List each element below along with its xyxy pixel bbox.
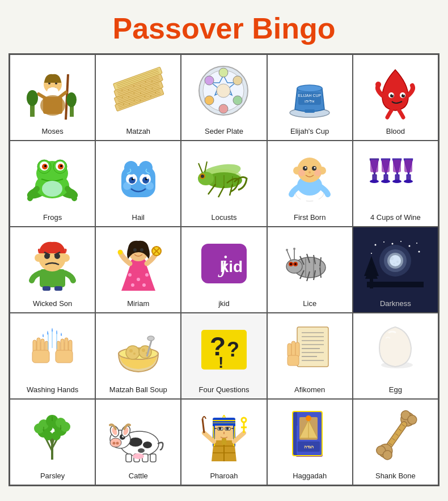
svg-point-69 [403, 94, 404, 95]
svg-rect-131 [40, 269, 65, 287]
svg-point-59 [297, 85, 322, 92]
cell-four-questions-label: Four Questions [199, 385, 250, 394]
svg-line-106 [218, 186, 224, 197]
svg-rect-234 [288, 343, 291, 357]
cell-egg: Egg [353, 313, 438, 399]
cell-cups-of-wine-label: 4 Cups of Wine [370, 213, 421, 222]
svg-point-191 [390, 257, 394, 260]
cell-moses: Moses [10, 54, 95, 141]
cell-jkid: j kid jkid [181, 227, 267, 313]
svg-point-288 [218, 427, 221, 430]
svg-point-253 [44, 431, 53, 440]
svg-point-126 [404, 180, 413, 183]
cell-cattle: Cattle [95, 399, 181, 485]
cell-lice-label: Lice [303, 299, 316, 308]
cell-locusts: Locusts [181, 141, 267, 227]
svg-point-134 [62, 254, 70, 262]
svg-point-118 [305, 167, 307, 169]
cell-matzah-label: Matzah [126, 127, 150, 135]
svg-point-55 [205, 96, 214, 105]
svg-rect-207 [56, 350, 73, 363]
svg-text:?: ? [227, 338, 239, 361]
svg-point-68 [392, 94, 393, 95]
cell-miriam: Miriam [95, 227, 181, 313]
svg-point-264 [112, 441, 115, 444]
svg-point-142 [137, 278, 140, 281]
cell-matzah: Matzah [95, 54, 181, 141]
svg-point-12 [66, 92, 77, 107]
svg-point-307 [306, 415, 311, 421]
bingo-grid: Moses [9, 53, 439, 486]
svg-line-163 [287, 250, 291, 260]
svg-rect-235 [291, 341, 295, 357]
svg-point-96 [139, 161, 153, 175]
svg-point-121 [298, 169, 305, 176]
cell-pharoah: Pharoah [181, 399, 267, 485]
cell-egg-label: Egg [389, 385, 402, 394]
svg-point-138 [54, 253, 60, 259]
svg-rect-139 [43, 286, 50, 291]
svg-point-137 [44, 253, 50, 259]
cell-parsley-label: Parsley [40, 472, 65, 480]
svg-point-91 [133, 177, 135, 179]
svg-point-217 [142, 349, 145, 352]
svg-point-215 [129, 349, 133, 353]
cell-elijahs-cup: ELIJAH CUP אליהו Elijah's Cup [267, 54, 353, 141]
svg-point-81 [44, 165, 47, 167]
svg-text:הגדה: הגדה [304, 444, 314, 449]
svg-point-261 [138, 448, 145, 453]
svg-point-144 [131, 283, 134, 287]
cell-shank-bone-label: Shank Bone [375, 472, 416, 480]
svg-rect-202 [32, 350, 49, 363]
svg-point-67 [401, 94, 405, 97]
svg-rect-293 [222, 438, 226, 445]
svg-point-51 [219, 68, 228, 77]
svg-point-122 [314, 169, 321, 176]
cell-lice: Lice [267, 227, 353, 313]
cell-seder-plate-label: Seder Plate [205, 127, 243, 135]
svg-line-296 [202, 419, 204, 433]
svg-point-162 [294, 263, 297, 265]
svg-rect-281 [213, 418, 235, 426]
svg-rect-127 [370, 160, 378, 172]
cell-hail: Hail [95, 141, 181, 227]
cell-darkness: Darkness [353, 227, 438, 313]
svg-point-56 [205, 76, 214, 85]
svg-point-52 [233, 76, 242, 85]
svg-point-149 [140, 248, 143, 252]
svg-point-145 [142, 283, 146, 287]
cell-four-questions: ? ? ! Four Questions [181, 313, 267, 399]
svg-point-276 [133, 453, 144, 459]
cell-matzah-ball-soup-label: Matzah Ball Soup [109, 385, 167, 394]
cell-darkness-label: Darkness [380, 299, 411, 308]
svg-point-161 [290, 263, 292, 265]
cell-hail-label: Hail [132, 213, 145, 222]
cell-moses-label: Moses [41, 127, 63, 135]
cell-miriam-label: Miriam [127, 299, 149, 308]
cell-pharoah-label: Pharoah [210, 472, 238, 480]
cell-frogs-label: Frogs [43, 213, 62, 222]
svg-point-299 [242, 418, 246, 422]
cell-jkid-label: jkid [218, 299, 230, 308]
svg-point-53 [233, 96, 242, 105]
svg-line-103 [198, 163, 202, 173]
svg-point-260 [143, 441, 152, 448]
svg-point-8 [47, 87, 58, 95]
svg-point-123 [370, 180, 379, 183]
svg-point-119 [314, 167, 316, 169]
svg-point-125 [392, 180, 401, 183]
svg-point-263 [110, 438, 121, 447]
svg-point-120 [308, 171, 311, 173]
svg-point-185 [371, 253, 372, 254]
cell-elijahs-cup-label: Elijah's Cup [290, 127, 329, 135]
svg-point-158 [286, 260, 302, 273]
svg-point-82 [60, 165, 62, 167]
svg-point-190 [390, 255, 401, 266]
svg-point-95 [124, 161, 138, 175]
svg-point-57 [217, 84, 230, 97]
svg-point-100 [198, 172, 214, 185]
svg-point-54 [219, 104, 228, 113]
svg-rect-197 [367, 282, 424, 287]
svg-point-180 [383, 241, 384, 243]
cell-washing-hands-label: Washing Hands [27, 385, 78, 394]
